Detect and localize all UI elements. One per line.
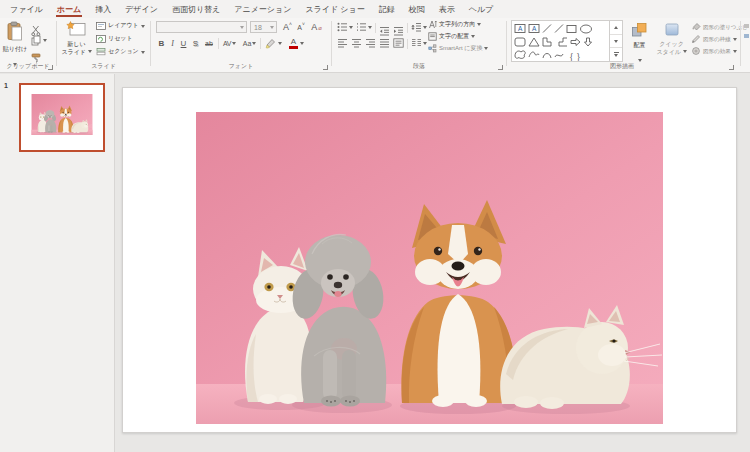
- tab-home[interactable]: ホーム: [50, 0, 88, 18]
- character-spacing-glyph: AV: [223, 40, 231, 47]
- shapes-gallery-more[interactable]: [610, 47, 622, 60]
- tab-transitions[interactable]: 画面切り替え: [165, 0, 227, 18]
- ribbon: 貼り付け: [0, 18, 750, 73]
- slide-image-pets[interactable]: [196, 112, 663, 424]
- font-size-combo[interactable]: 18: [250, 21, 277, 33]
- align-text-dropdown-icon: [471, 35, 475, 38]
- tab-animations[interactable]: アニメーション: [227, 0, 298, 18]
- new-slide-button[interactable]: 新しい スライド: [60, 20, 93, 66]
- shapes-gallery[interactable]: A A { }: [511, 20, 623, 62]
- tab-insert[interactable]: 挿入: [88, 0, 118, 18]
- font-color-glyph: A: [289, 38, 298, 46]
- arrange-button[interactable]: 配置: [626, 20, 653, 66]
- bullets-dropdown-icon: [349, 26, 353, 29]
- new-slide-label-1: 新しい: [67, 41, 85, 47]
- powerpoint-window: ファイル ホーム 挿入 デザイン 画面切り替え アニメーション スライド ショー…: [0, 0, 750, 452]
- text-direction-icon: [428, 20, 437, 29]
- quick-styles-label-1: クイック: [659, 41, 684, 47]
- tab-record[interactable]: 記録: [372, 0, 402, 18]
- shape-outline-button[interactable]: 図形の枠線: [691, 34, 737, 44]
- drawing-dialog-launcher[interactable]: [729, 65, 734, 70]
- tab-review[interactable]: 校閲: [402, 0, 432, 18]
- font-group-label: フォント: [151, 62, 331, 71]
- line-spacing-icon: [411, 22, 422, 32]
- group-slides: 新しい スライド レイアウト リセット: [57, 18, 150, 72]
- arrange-label: 配置: [626, 42, 653, 50]
- paste-button[interactable]: 貼り付け: [2, 20, 28, 66]
- slide-canvas[interactable]: [115, 74, 750, 452]
- shape-effects-button[interactable]: 図形の効果: [691, 46, 737, 56]
- slide-thumbnail-panel: 1: [0, 74, 114, 452]
- tab-slideshow[interactable]: スライド ショー: [298, 0, 371, 18]
- increase-indent-icon: [393, 26, 404, 36]
- text-shadow-button[interactable]: S: [190, 37, 201, 50]
- underline-button[interactable]: U: [178, 37, 189, 50]
- align-left-icon[interactable]: [337, 38, 348, 48]
- font-name-combo[interactable]: [156, 21, 247, 33]
- layout-dropdown-icon: [141, 25, 145, 28]
- align-right-icon[interactable]: [365, 38, 376, 48]
- paste-label: 貼り付け: [2, 46, 28, 54]
- bold-button[interactable]: B: [156, 37, 167, 50]
- shape-fill-button[interactable]: 図形の塗りつぶし: [691, 22, 750, 32]
- justify-icon[interactable]: [379, 38, 390, 48]
- quick-styles-button[interactable]: クイック スタイル: [655, 20, 688, 66]
- tab-file[interactable]: ファイル: [3, 0, 50, 18]
- tab-view[interactable]: 表示: [432, 0, 462, 18]
- change-case-glyph: Aa: [243, 40, 252, 47]
- section-icon: [96, 48, 106, 56]
- slide-thumbnail-1[interactable]: [19, 83, 105, 152]
- paragraph-dialog-launcher[interactable]: [498, 65, 503, 70]
- align-text-button[interactable]: 文字の配置: [428, 32, 475, 41]
- shapes-scroll-up[interactable]: [610, 21, 622, 34]
- grow-font-button[interactable]: A˄: [281, 21, 294, 33]
- shrink-font-button[interactable]: A˅: [295, 21, 307, 33]
- line-spacing-dropdown-icon: [423, 26, 427, 29]
- copy-dropdown-icon: [43, 39, 47, 42]
- change-case-button[interactable]: Aa: [241, 37, 258, 50]
- tab-help[interactable]: ヘルプ: [462, 0, 501, 18]
- reset-button[interactable]: リセット: [96, 35, 133, 43]
- clipboard-dialog-launcher[interactable]: [48, 65, 53, 70]
- italic-button[interactable]: I: [168, 37, 177, 50]
- line-spacing-button[interactable]: [411, 22, 427, 32]
- columns-button[interactable]: [411, 38, 427, 48]
- slide-1[interactable]: [122, 87, 737, 433]
- shape-effects-label: 図形の効果: [703, 48, 731, 55]
- copy-button[interactable]: [31, 35, 47, 46]
- svg-text:A: A: [518, 25, 523, 32]
- layout-icon: [96, 22, 106, 30]
- bullets-button[interactable]: [337, 22, 353, 32]
- numbering-button[interactable]: [356, 22, 372, 32]
- font-size-dropdown-icon: [270, 26, 274, 29]
- convert-smartart-button[interactable]: SmartArt に変換: [428, 44, 488, 53]
- shape-outline-label: 図形の枠線: [703, 36, 731, 43]
- text-shadow-glyph: S: [193, 39, 198, 48]
- new-slide-dropdown-icon: [88, 50, 92, 53]
- distribute-icon[interactable]: [393, 38, 404, 48]
- align-center-icon[interactable]: [351, 38, 362, 48]
- highlight-color-button[interactable]: [263, 37, 284, 50]
- strikethrough-button[interactable]: ab: [202, 37, 216, 50]
- shape-outline-dropdown-icon: [733, 38, 737, 41]
- shapes-gallery-scrollbar: [609, 21, 622, 61]
- layout-button[interactable]: レイアウト: [96, 22, 145, 30]
- new-slide-label-2: スライド: [61, 49, 86, 55]
- new-slide-icon: [66, 21, 87, 37]
- decrease-indent-icon: [379, 26, 390, 36]
- clear-formatting-button[interactable]: A⌀: [309, 21, 324, 33]
- tab-design[interactable]: デザイン: [118, 0, 165, 18]
- strikethrough-glyph: ab: [205, 40, 213, 47]
- copy-icon: [31, 35, 41, 46]
- shapes-scroll-down[interactable]: [610, 34, 622, 47]
- font-color-button[interactable]: A: [287, 37, 306, 50]
- quick-styles-label-2: スタイル: [656, 49, 681, 55]
- slide-thumbnail-image: [31, 94, 93, 135]
- section-button[interactable]: セクション: [96, 48, 145, 56]
- character-spacing-dropdown-icon: [232, 42, 236, 45]
- font-dialog-launcher[interactable]: [323, 65, 328, 70]
- text-direction-button[interactable]: 文字列の方向: [428, 20, 481, 29]
- character-spacing-button[interactable]: AV: [220, 37, 239, 50]
- italic-glyph: I: [171, 39, 174, 48]
- quick-styles-icon: [664, 22, 680, 37]
